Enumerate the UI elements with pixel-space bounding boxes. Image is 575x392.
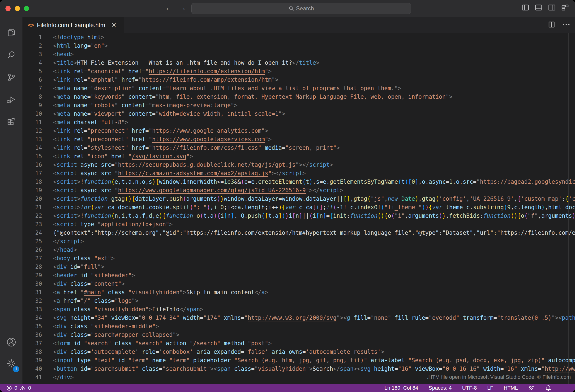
settings-gear-icon[interactable]: 1 [0,352,23,374]
title-bar: ← → Search [0,0,575,17]
tab-fileinfo-example[interactable]: <> FileInfo.com Example.htm ✕ [23,17,124,33]
eol-sequence[interactable]: LF [487,385,493,391]
vscode-window: ← → Search [0,0,575,392]
indentation[interactable]: Spaces: 4 [429,385,452,391]
status-bar: 0 0 Ln 180, Col 84 Spaces: 4 UTF-8 LF HT… [0,384,575,392]
toggle-secondary-sidebar-icon[interactable] [548,4,556,11]
watermark-text: .HTM file open in Microsoft Visual Studi… [427,374,571,380]
search-placeholder: Search [296,5,314,12]
cursor-position[interactable]: Ln 180, Col 84 [384,385,418,391]
toggle-primary-sidebar-icon[interactable] [522,4,529,11]
search-sidebar-icon[interactable] [0,44,23,66]
editor-pane[interactable]: 1234567891011121314151617181920212223242… [23,33,575,384]
maximize-window-button[interactable] [24,6,29,11]
source-control-icon[interactable] [0,66,23,89]
html-file-icon: <> [28,22,34,29]
back-arrow-icon[interactable]: ← [164,3,174,12]
close-window-button[interactable] [5,6,11,11]
run-debug-icon[interactable] [0,89,23,111]
notifications-bell-icon[interactable] [545,385,551,391]
feedback-icon[interactable] [528,385,535,391]
errors-count[interactable]: 0 [14,385,17,391]
encoding[interactable]: UTF-8 [462,385,477,391]
minimize-window-button[interactable] [15,6,20,11]
split-editor-icon[interactable] [548,21,555,29]
language-mode[interactable]: HTML [504,385,518,391]
toggle-panel-icon[interactable] [535,4,542,11]
explorer-icon[interactable] [0,21,23,44]
extensions-icon[interactable] [0,111,23,133]
warnings-count[interactable]: 0 [28,385,31,391]
overview-ruler-line [568,33,569,384]
settings-badge: 1 [13,366,19,372]
more-actions-icon[interactable] [562,21,570,29]
tab-bar: <> FileInfo.com Example.htm ✕ [23,17,575,33]
accounts-icon[interactable] [0,331,23,353]
warnings-icon[interactable] [20,385,26,391]
code-lines: <!doctype html><html lang="en"><head><ti… [53,33,575,382]
forward-arrow-icon[interactable]: → [177,3,188,12]
errors-icon[interactable] [6,385,12,391]
gutter: 1234567891011121314151617181920212223242… [23,33,42,382]
tab-title: FileInfo.com Example.htm [37,22,105,29]
tab-close-icon[interactable]: ✕ [111,22,117,29]
search-input[interactable]: Search [191,3,411,14]
customize-layout-icon[interactable] [561,4,569,11]
activity-bar: 1 [0,17,23,384]
search-icon [288,6,294,11]
